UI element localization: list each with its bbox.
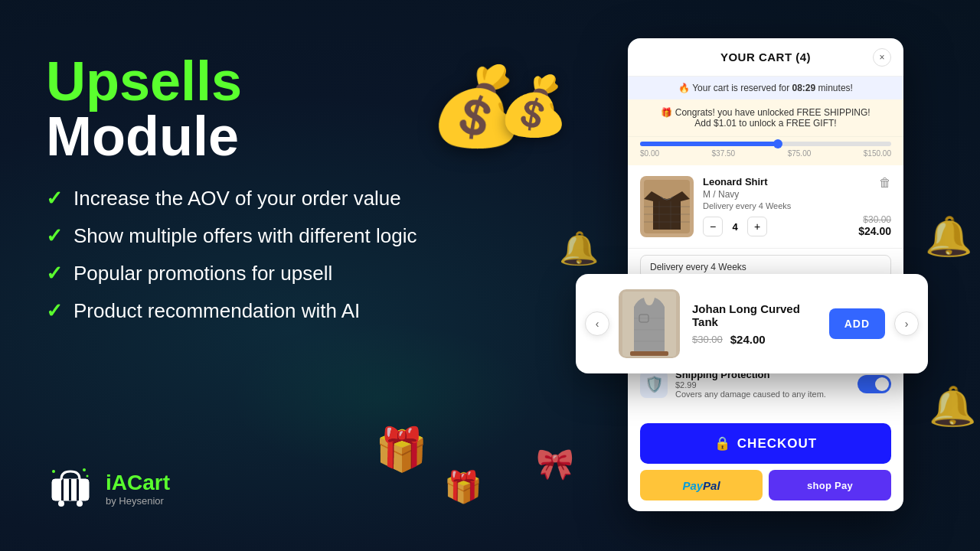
- cart-item-image: [640, 176, 694, 237]
- cart-item-right: 🗑 $30.00 $24.00: [858, 176, 891, 237]
- svg-rect-20: [630, 351, 668, 356]
- progress-bar-marker: [773, 139, 782, 148]
- progress-bar-section: $0.00 $37.50 $75.00 $150.00: [628, 137, 903, 165]
- svg-point-6: [83, 468, 86, 471]
- feature-text-3: Popular promotions for upsell: [74, 262, 332, 285]
- feature-text-4: Product recommendation with AI: [74, 299, 360, 323]
- cart-item-variant: M / Navy: [703, 189, 849, 200]
- money-bag-icon-2: 💰: [498, 73, 570, 140]
- upsell-product-name: Johan Long Curved Tank: [692, 302, 817, 328]
- deco-bell-right-bottom: 🔔: [929, 384, 976, 429]
- upsell-product-image: [619, 289, 680, 358]
- paypal-label: PayPal: [682, 479, 720, 492]
- shirt-svg: [644, 180, 690, 233]
- deco-gift-brown: 🎁: [444, 469, 482, 505]
- shoppay-label: shop Pay: [807, 480, 853, 491]
- progress-bar-fill: [640, 142, 778, 146]
- feature-item-3: ✓ Popular promotions for upsell: [46, 262, 536, 285]
- upsell-prices: $30.00 $24.00: [692, 333, 817, 346]
- qty-decrease-button[interactable]: −: [703, 217, 723, 236]
- shipping-shield-icon: 🛡️: [640, 370, 668, 398]
- upsell-next-button[interactable]: ›: [894, 311, 919, 336]
- svg-point-4: [52, 470, 55, 473]
- deco-bell-right-top: 🔔: [925, 214, 972, 259]
- lock-icon: 🔒: [714, 435, 731, 452]
- paypal-p: P: [682, 479, 690, 492]
- check-icon-1: ✓: [46, 187, 63, 210]
- svg-rect-3: [77, 479, 79, 500]
- prev-icon: ‹: [596, 318, 599, 330]
- svg-rect-1: [61, 479, 64, 500]
- payment-row: PayPal shop Pay: [628, 470, 903, 511]
- logo-text-block: iACart by Heysenior: [106, 471, 170, 507]
- paypal-rest: ay: [690, 479, 703, 492]
- svg-point-5: [87, 475, 89, 478]
- check-icon-4: ✓: [46, 299, 63, 323]
- progress-label-1: $37.50: [712, 149, 736, 158]
- progress-labels: $0.00 $37.50 $75.00 $150.00: [640, 149, 891, 158]
- next-icon: ›: [905, 318, 909, 330]
- upsell-add-button[interactable]: ADD: [829, 308, 885, 339]
- qty-increase-button[interactable]: +: [747, 217, 767, 236]
- deco-pink-gift: 🎀: [536, 446, 574, 482]
- check-icon-2: ✓: [46, 224, 63, 248]
- logo-brand: iACart: [106, 471, 170, 495]
- progress-bar-track: [640, 142, 891, 146]
- logo-acart: ACart: [112, 471, 170, 494]
- svg-rect-2: [69, 479, 71, 500]
- free-shipping-text: 🎁 Congrats! you have unlocked FREE SHIPP…: [640, 107, 891, 118]
- logo-by: by Heysenior: [106, 495, 170, 507]
- free-gift-text: Add $1.01 to unlock a FREE GIFT!: [640, 118, 891, 129]
- shipping-price: $2.99: [675, 380, 850, 390]
- item-price-sale: $24.00: [858, 225, 891, 237]
- cart-reserved-banner: 🔥 Your cart is reserved for 08:29 minute…: [628, 77, 903, 99]
- deco-gift-orange: 🎁: [375, 425, 428, 474]
- tank-svg: [622, 292, 676, 357]
- upsell-card: ‹ Johan Long Curved Tank $30.00 $24.00 A…: [576, 274, 928, 373]
- feature-item-1: ✓ Increase the AOV of your order value: [46, 187, 536, 210]
- logo-i: i: [106, 471, 112, 494]
- svg-point-8: [77, 500, 83, 507]
- reserved-prefix: 🔥 Your cart is reserved for: [678, 83, 792, 93]
- cart-header: YOUR CART (4) ×: [628, 38, 903, 77]
- features-list: ✓ Increase the AOV of your order value ✓…: [46, 187, 536, 323]
- progress-label-2: $75.00: [788, 149, 812, 158]
- cart-item-name: Leonard Shirt: [703, 176, 849, 187]
- trash-icon[interactable]: 🗑: [879, 176, 891, 190]
- upsell-price-original: $30.00: [692, 334, 723, 345]
- cart-item-prices: $30.00 $24.00: [858, 214, 891, 237]
- feature-item-4: ✓ Product recommendation with AI: [46, 299, 536, 323]
- paypal-button[interactable]: PayPal: [640, 470, 763, 500]
- deco-bell-left: 🔔: [559, 230, 599, 267]
- cart-close-button[interactable]: ×: [873, 48, 891, 67]
- checkout-button[interactable]: 🔒 CHECKOUT: [640, 423, 891, 464]
- cart-item-details: Leonard Shirt M / Navy Delivery every 4 …: [703, 176, 849, 236]
- cart-item-qty: 4: [729, 221, 741, 233]
- cart-item-row: Leonard Shirt M / Navy Delivery every 4 …: [628, 165, 903, 249]
- upsell-prev-button[interactable]: ‹: [585, 311, 609, 336]
- checkout-label: CHECKOUT: [737, 436, 817, 452]
- check-icon-3: ✓: [46, 262, 63, 285]
- upsell-price-sale: $24.00: [730, 333, 766, 346]
- feature-item-2: ✓ Show multiple offers with different lo…: [46, 224, 536, 248]
- cart-item-qty-row: − 4 +: [703, 217, 849, 236]
- upsell-details: Johan Long Curved Tank $30.00 $24.00: [692, 302, 817, 346]
- item-price-original: $30.00: [858, 214, 891, 225]
- reserved-suffix: minutes!: [815, 83, 853, 93]
- toggle-knob: [875, 377, 889, 391]
- svg-point-7: [58, 500, 64, 507]
- logo-cart-svg: [46, 464, 95, 513]
- shipping-toggle[interactable]: [858, 375, 891, 393]
- shipping-desc: Covers any damage caused to any item.: [675, 390, 850, 399]
- progress-label-0: $0.00: [640, 149, 659, 158]
- close-icon: ×: [879, 52, 884, 63]
- progress-label-3: $150.00: [864, 149, 891, 158]
- feature-text-2: Show multiple offers with different logi…: [74, 224, 417, 248]
- cart-title: YOUR CART (4): [720, 51, 811, 64]
- cart-free-shipping-banner: 🎁 Congrats! you have unlocked FREE SHIPP…: [628, 99, 903, 137]
- reserved-time: 08:29: [792, 83, 816, 93]
- shoppay-button[interactable]: shop Pay: [769, 470, 891, 500]
- cart-item-delivery: Delivery every 4 Weeks: [703, 201, 849, 210]
- feature-text-1: Increase the AOV of your order value: [74, 187, 401, 210]
- paypal-pal: Pal: [703, 479, 720, 492]
